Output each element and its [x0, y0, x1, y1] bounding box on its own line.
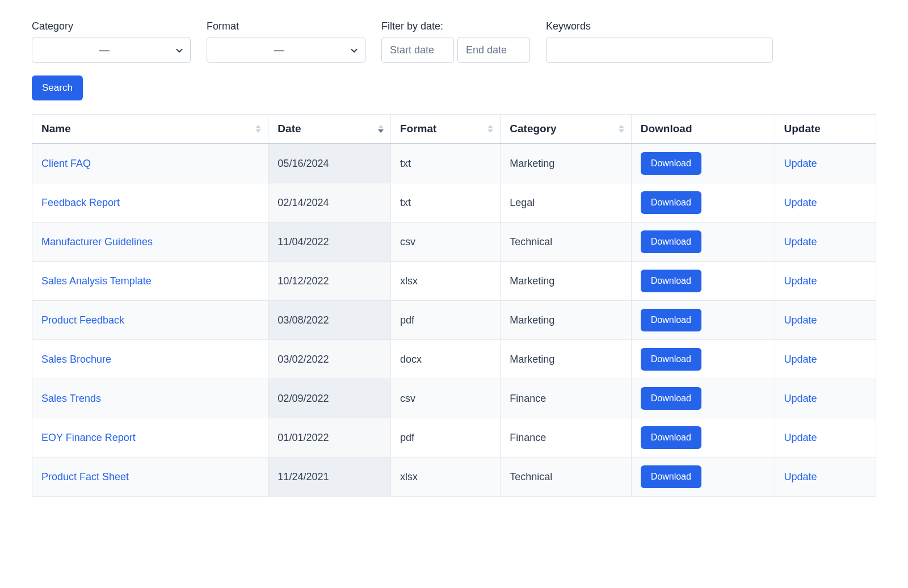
cell-download: Download: [631, 222, 775, 262]
sort-icon: [619, 125, 624, 133]
cell-date: 01/01/2022: [268, 418, 391, 457]
cell-category: Finance: [501, 418, 631, 457]
cell-format: xlsx: [390, 262, 500, 301]
date-filter-label: Filter by date:: [381, 20, 530, 32]
download-button[interactable]: Download: [641, 230, 701, 253]
column-header-name[interactable]: Name: [32, 115, 268, 144]
update-link[interactable]: Update: [784, 275, 817, 287]
table-row: EOY Finance Report01/01/2022pdfFinanceDo…: [32, 418, 876, 457]
table-header-row: Name Date Format Category Download Updat…: [32, 115, 876, 144]
download-button[interactable]: Download: [641, 348, 701, 371]
cell-update: Update: [775, 144, 876, 183]
cell-name: Sales Brochure: [32, 340, 268, 379]
document-link[interactable]: Client FAQ: [41, 158, 91, 169]
cell-category: Technical: [501, 457, 631, 497]
keywords-field: Keywords: [546, 20, 773, 63]
document-link[interactable]: Sales Trends: [41, 393, 101, 404]
cell-download: Download: [631, 183, 775, 222]
cell-name: Sales Analysis Template: [32, 262, 268, 301]
start-date-input[interactable]: [381, 37, 454, 63]
cell-update: Update: [775, 301, 876, 340]
table-row: Sales Analysis Template10/12/2022xlsxMar…: [32, 262, 876, 301]
cell-download: Download: [631, 340, 775, 379]
document-link[interactable]: Sales Brochure: [41, 354, 111, 365]
document-link[interactable]: Product Feedback: [41, 314, 124, 326]
cell-category: Marketing: [501, 262, 631, 301]
download-button[interactable]: Download: [641, 465, 701, 488]
cell-format: txt: [390, 144, 500, 183]
update-link[interactable]: Update: [784, 197, 817, 208]
document-link[interactable]: Sales Analysis Template: [41, 275, 152, 287]
format-select[interactable]: —: [207, 37, 365, 63]
cell-category: Marketing: [501, 301, 631, 340]
table-row: Sales Trends02/09/2022csvFinanceDownload…: [32, 379, 876, 418]
cell-date: 02/14/2024: [268, 183, 391, 222]
cell-update: Update: [775, 183, 876, 222]
column-header-date[interactable]: Date: [268, 115, 391, 144]
search-button[interactable]: Search: [32, 75, 83, 100]
column-header-download: Download: [631, 115, 775, 144]
cell-format: csv: [390, 379, 500, 418]
cell-download: Download: [631, 418, 775, 457]
update-link[interactable]: Update: [784, 236, 817, 247]
update-link[interactable]: Update: [784, 432, 817, 443]
download-button[interactable]: Download: [641, 152, 701, 175]
cell-format: txt: [390, 183, 500, 222]
sort-desc-icon: [378, 125, 384, 133]
cell-update: Update: [775, 379, 876, 418]
download-button[interactable]: Download: [641, 387, 701, 410]
cell-date: 11/04/2022: [268, 222, 391, 262]
cell-download: Download: [631, 457, 775, 497]
cell-format: csv: [390, 222, 500, 262]
format-field: Format —: [207, 20, 365, 63]
download-button[interactable]: Download: [641, 426, 701, 449]
cell-date: 03/02/2022: [268, 340, 391, 379]
cell-date: 03/08/2022: [268, 301, 391, 340]
update-link[interactable]: Update: [784, 393, 817, 404]
table-row: Sales Brochure03/02/2022docxMarketingDow…: [32, 340, 876, 379]
cell-category: Legal: [501, 183, 631, 222]
sort-icon: [487, 125, 493, 133]
download-button[interactable]: Download: [641, 309, 701, 331]
format-label: Format: [207, 20, 365, 32]
category-field: Category —: [32, 20, 191, 63]
cell-download: Download: [631, 262, 775, 301]
cell-name: Product Feedback: [32, 301, 268, 340]
cell-download: Download: [631, 301, 775, 340]
cell-date: 10/12/2022: [268, 262, 391, 301]
download-button[interactable]: Download: [641, 191, 701, 214]
update-link[interactable]: Update: [784, 314, 817, 326]
cell-update: Update: [775, 340, 876, 379]
cell-update: Update: [775, 222, 876, 262]
keywords-label: Keywords: [546, 20, 773, 32]
cell-format: docx: [390, 340, 500, 379]
document-link[interactable]: EOY Finance Report: [41, 432, 136, 443]
update-link[interactable]: Update: [784, 158, 817, 169]
update-link[interactable]: Update: [784, 354, 817, 365]
column-header-format[interactable]: Format: [390, 115, 500, 144]
update-link[interactable]: Update: [784, 471, 817, 482]
cell-update: Update: [775, 418, 876, 457]
end-date-input[interactable]: [457, 37, 530, 63]
category-select[interactable]: —: [32, 37, 191, 63]
cell-download: Download: [631, 144, 775, 183]
cell-category: Marketing: [501, 340, 631, 379]
cell-name: Manufacturer Guidelines: [32, 222, 268, 262]
table-row: Feedback Report02/14/2024txtLegalDownloa…: [32, 183, 876, 222]
category-select-value: —: [99, 44, 110, 56]
table-row: Product Feedback03/08/2022pdfMarketingDo…: [32, 301, 876, 340]
cell-name: Sales Trends: [32, 379, 268, 418]
cell-category: Technical: [501, 222, 631, 262]
download-button[interactable]: Download: [641, 270, 701, 292]
cell-category: Finance: [501, 379, 631, 418]
documents-table: Name Date Format Category Download Updat…: [32, 114, 876, 497]
document-link[interactable]: Manufacturer Guidelines: [41, 236, 153, 247]
document-link[interactable]: Product Fact Sheet: [41, 471, 129, 482]
cell-name: EOY Finance Report: [32, 418, 268, 457]
document-link[interactable]: Feedback Report: [41, 197, 120, 208]
cell-name: Product Fact Sheet: [32, 457, 268, 497]
cell-name: Feedback Report: [32, 183, 268, 222]
column-header-category[interactable]: Category: [501, 115, 631, 144]
keywords-input[interactable]: [546, 37, 773, 63]
date-filter-field: Filter by date:: [381, 20, 530, 63]
